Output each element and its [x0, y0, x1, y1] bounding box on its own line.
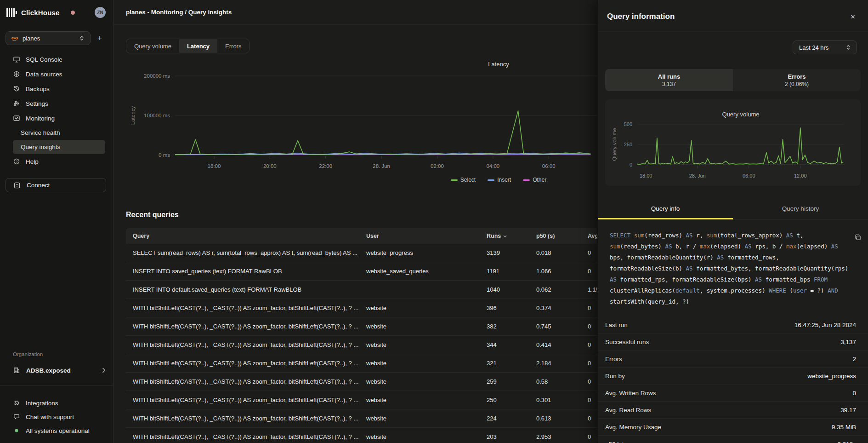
- sidebar-item-data-sources[interactable]: Data sources: [0, 67, 113, 81]
- p50-cell: 2.953: [529, 433, 581, 440]
- svg-text:18:00: 18:00: [640, 173, 652, 178]
- sliders-icon: [13, 100, 20, 107]
- stat-label: p50 latency: [605, 441, 637, 443]
- close-icon[interactable]: ×: [848, 12, 858, 22]
- user-cell: website: [359, 433, 480, 440]
- puzzle-icon: [13, 399, 20, 407]
- column-header-query[interactable]: Query: [126, 233, 359, 239]
- sidebar-item-chat-with-support[interactable]: Chat with support: [0, 410, 113, 424]
- query-cell: WITH bitShiftLeft(CAST(?..), _CAST(?..))…: [126, 397, 359, 403]
- legend-swatch-icon: [523, 179, 530, 181]
- svg-text:06:00: 06:00: [542, 163, 556, 169]
- stat-label: Avg. Written Rows: [605, 390, 656, 397]
- column-header-p50-s[interactable]: p50 (s): [529, 233, 581, 239]
- query-volume-card: 025050018:0028. Jun06:0012:00Query volum…: [605, 99, 861, 186]
- tab-query-info[interactable]: Query info: [598, 199, 733, 219]
- chart-tabstrip: Query volume Latency Errors: [126, 39, 250, 53]
- organization-switcher[interactable]: ADSB.exposed: [6, 363, 108, 377]
- stat-row-avg-read-rows: Avg. Read Rows 39.17: [598, 402, 868, 419]
- sidebar-item-backups[interactable]: Backups: [0, 81, 113, 96]
- copy-icon[interactable]: [854, 234, 862, 241]
- p50-cell: 1.066: [529, 268, 581, 275]
- sort-desc-icon: [503, 233, 507, 239]
- svg-text:0 ms: 0 ms: [159, 152, 170, 158]
- svg-text:Query volume: Query volume: [612, 128, 617, 161]
- stat-label: Run by: [605, 373, 625, 380]
- breadcrumb: planes - Monitoring / Query insights: [126, 9, 232, 16]
- sidebar-item-service-health[interactable]: Service health: [13, 126, 105, 140]
- aws-icon: aws: [11, 35, 18, 42]
- sidebar-item-query-insights[interactable]: Query insights: [13, 140, 105, 154]
- svg-text:200000 ms: 200000 ms: [144, 73, 170, 79]
- query-cell: WITH bitShiftLeft(CAST(?..), _CAST(?..))…: [126, 433, 359, 440]
- runs-cell: 1040: [480, 286, 529, 293]
- tab-query-history[interactable]: Query history: [733, 199, 868, 219]
- tab-errors[interactable]: Errors: [217, 39, 249, 53]
- user-cell: website_progress: [359, 249, 480, 256]
- chevron-right-icon: [100, 367, 108, 374]
- stat-label: Errors: [605, 356, 622, 362]
- p50-cell: 0.58: [529, 378, 581, 385]
- connect-button[interactable]: Connect: [6, 178, 106, 192]
- query-information-panel: Query information × Last 24 hrs All runs…: [597, 0, 868, 443]
- stat-row-last-run: Last run 16:47:25, Jun 28 2024: [598, 316, 868, 334]
- sidebar-item-settings[interactable]: Settings: [0, 96, 113, 111]
- query-stats: Last run 16:47:25, Jun 28 2024 Successfu…: [598, 316, 868, 443]
- runs-cell: 259: [480, 378, 529, 385]
- column-header-user[interactable]: User: [359, 233, 480, 239]
- user-cell: website: [359, 305, 480, 311]
- runs-cell: 396: [480, 305, 529, 311]
- stat-row-avg-memory-usage: Avg. Memory Usage 9.35 MiB: [598, 419, 868, 436]
- segtab-all-runs[interactable]: All runs 3,137: [605, 69, 733, 91]
- stat-label: Successful runs: [605, 339, 649, 345]
- p50-cell: 0.301: [529, 397, 581, 403]
- add-service-button[interactable]: +: [93, 31, 107, 45]
- runs-cell: 224: [480, 415, 529, 422]
- service-picker[interactable]: aws planes: [6, 31, 91, 45]
- sidebar-item-sql-console[interactable]: SQL Console: [0, 52, 113, 67]
- avatar[interactable]: ZN: [95, 7, 106, 18]
- service-picker-value: planes: [23, 35, 78, 42]
- p50-cell: 0.414: [529, 341, 581, 348]
- runs-errors-tabs: All runs 3,137 Errors 2 (0.06%): [605, 69, 861, 91]
- legend-item-other[interactable]: Other: [523, 177, 546, 183]
- sql-code-block: SELECT sum(read_rows) AS r, sum(total_ro…: [610, 230, 854, 307]
- clickhouse-logo-icon: [6, 8, 17, 17]
- sidebar-item-monitoring[interactable]: Monitoring: [0, 111, 113, 126]
- runs-cell: 3139: [480, 249, 529, 256]
- tab-latency[interactable]: Latency: [179, 39, 217, 53]
- time-range-select[interactable]: Last 24 hrs: [793, 40, 857, 54]
- stat-value: 0: [852, 390, 856, 397]
- user-cell: website: [359, 323, 480, 330]
- svg-text:Latency: Latency: [130, 106, 136, 125]
- tab-query-volume[interactable]: Query volume: [126, 39, 179, 53]
- stat-row-successful-runs: Successful runs 3,137: [598, 334, 868, 351]
- stat-label: Avg. Memory Usage: [605, 424, 661, 431]
- query-cell: WITH bitShiftLeft(CAST(?..), _CAST(?..))…: [126, 378, 359, 385]
- stat-value: 0.018s: [837, 441, 856, 443]
- legend-item-select[interactable]: Select: [451, 177, 476, 183]
- user-cell: website: [359, 397, 480, 403]
- segtab-errors[interactable]: Errors 2 (0.06%): [733, 69, 861, 91]
- panel-tabs: Query info Query history: [598, 199, 868, 219]
- p50-cell: 0.062: [529, 286, 581, 293]
- globe-plus-icon: [13, 70, 20, 78]
- svg-text:?: ?: [16, 160, 17, 164]
- sidebar-item-all-systems-operational[interactable]: All systems operational: [0, 424, 113, 437]
- svg-text:28. Jun: 28. Jun: [689, 173, 706, 178]
- connect-icon: [13, 182, 21, 189]
- legend-item-insert[interactable]: Insert: [488, 177, 511, 183]
- organization-section-label: Organization: [13, 351, 43, 357]
- app-title: ClickHouse: [21, 9, 60, 17]
- column-header-runs[interactable]: Runs: [480, 233, 529, 239]
- runs-cell: 382: [480, 323, 529, 330]
- panel-header-divider: [598, 31, 868, 32]
- stat-value: 9.35 MiB: [832, 424, 856, 431]
- sidebar-item-integrations[interactable]: Integrations: [0, 396, 113, 410]
- query-cell: WITH bitShiftLeft(CAST(?..), _CAST(?..))…: [126, 341, 359, 348]
- runs-cell: 250: [480, 397, 529, 403]
- help-icon: ?: [13, 158, 20, 165]
- runs-cell: 344: [480, 341, 529, 348]
- stat-row-errors: Errors 2: [598, 351, 868, 368]
- sidebar-item-help[interactable]: ? Help: [0, 154, 113, 169]
